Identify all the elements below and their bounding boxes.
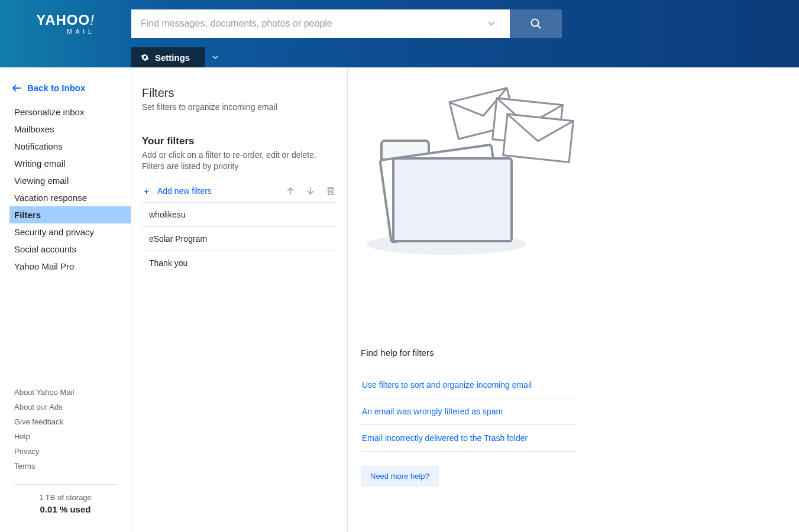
nav-item-notifications[interactable]: Notifications	[0, 138, 131, 155]
nav-item-vacation-response[interactable]: Vacation response	[0, 189, 131, 206]
need-more-help-button[interactable]: Need more help?	[361, 466, 439, 486]
svg-line-1	[538, 25, 541, 28]
filters-illustration	[361, 82, 580, 259]
help-section: Find help for filters Use filters to sor…	[361, 348, 775, 486]
logo-subtext: MAIL	[67, 28, 95, 35]
add-new-filters-label: Add new filters	[157, 186, 212, 196]
back-label: Back to Inbox	[27, 83, 85, 93]
nav-item-mailboxes[interactable]: Mailboxes	[0, 121, 131, 138]
move-up-button[interactable]	[286, 186, 295, 196]
tab-expand-toggle[interactable]	[205, 47, 225, 67]
search-dropdown-toggle[interactable]	[483, 20, 500, 27]
storage-used: 0.01 % used	[14, 504, 117, 514]
folder-envelopes-icon	[361, 82, 580, 259]
your-filters-title: Your filters	[142, 135, 337, 147]
sidebar: Back to Inbox Personalize inbox Mailboxe…	[0, 67, 131, 532]
help-heading: Find help for filters	[361, 348, 775, 358]
tab-settings[interactable]: Settings	[131, 47, 205, 67]
help-panel: Find help for filters Use filters to sor…	[348, 67, 799, 532]
top-header: YAHOO! MAIL	[0, 0, 799, 47]
logo-exclaim: !	[90, 12, 95, 28]
body: Back to Inbox Personalize inbox Mailboxe…	[0, 67, 799, 532]
nav-item-social-accounts[interactable]: Social accounts	[0, 241, 131, 258]
chevron-down-icon	[212, 54, 218, 60]
svg-rect-8	[503, 114, 574, 162]
filter-list: wholikesu eSolar Program Thank you	[142, 203, 337, 275]
filter-toolbar: + Add new filters	[142, 186, 337, 203]
footer-link-about-yahoo-mail[interactable]: About Yahoo Mail	[14, 385, 117, 400]
your-filters-section: Your filters Add or click on a filter to…	[142, 135, 337, 275]
divider	[14, 484, 117, 485]
panel-subtitle: Set filters to organize incoming email	[142, 102, 337, 112]
help-link-trash-folder[interactable]: Email incorrectly delivered to the Trash…	[361, 425, 577, 452]
nav-item-writing-email[interactable]: Writing email	[0, 155, 131, 172]
arrow-down-icon	[306, 186, 315, 196]
nav-item-security-privacy[interactable]: Security and privacy	[0, 223, 131, 241]
nav-item-filters[interactable]: Filters	[9, 206, 131, 223]
tab-bar: Settings	[0, 47, 799, 67]
nav-item-yahoo-mail-pro[interactable]: Yahoo Mail Pro	[0, 258, 131, 275]
filter-row[interactable]: Thank you	[142, 251, 337, 275]
footer-link-give-feedback[interactable]: Give feedback	[14, 414, 117, 429]
add-new-filters-button[interactable]: + Add new filters	[143, 186, 212, 196]
search-input[interactable]	[141, 18, 483, 29]
nav-item-viewing-email[interactable]: Viewing email	[0, 172, 131, 189]
arrow-up-icon	[286, 186, 295, 196]
footer-link-terms[interactable]: Terms	[14, 459, 117, 473]
arrow-left-icon	[12, 84, 21, 92]
footer-link-help[interactable]: Help	[14, 429, 117, 444]
footer-link-privacy[interactable]: Privacy	[14, 444, 117, 459]
plus-icon: +	[143, 186, 150, 196]
svg-point-0	[532, 20, 539, 27]
search-icon	[530, 18, 542, 30]
logo[interactable]: YAHOO! MAIL	[0, 13, 131, 35]
help-links: Use filters to sort and organize incomin…	[361, 372, 577, 452]
svg-rect-5	[393, 158, 512, 241]
help-link-wrongly-spam[interactable]: An email was wrongly filtered as spam	[361, 398, 577, 425]
sidebar-footer: About Yahoo Mail About our Ads Give feed…	[0, 385, 131, 532]
trash-icon	[326, 186, 335, 196]
filter-row[interactable]: wholikesu	[142, 203, 337, 227]
logo-text: YAHOO	[36, 12, 90, 28]
back-to-inbox-link[interactable]: Back to Inbox	[0, 78, 131, 103]
move-down-button[interactable]	[306, 186, 315, 196]
search-button[interactable]	[510, 9, 562, 38]
panel-title: Filters	[142, 86, 337, 100]
filter-actions	[286, 186, 335, 196]
filters-panel: Filters Set filters to organize incoming…	[131, 67, 348, 532]
help-link-use-filters[interactable]: Use filters to sort and organize incomin…	[361, 372, 577, 398]
storage-total: 1 TB of storage	[14, 493, 117, 502]
nav-item-personalize[interactable]: Personalize inbox	[0, 103, 131, 121]
chevron-down-icon	[488, 20, 495, 27]
filter-row[interactable]: eSolar Program	[142, 227, 337, 251]
search-bar	[131, 9, 562, 38]
gear-icon	[141, 53, 149, 61]
footer-link-about-our-ads[interactable]: About our Ads	[14, 400, 117, 414]
search-box	[131, 9, 510, 38]
tab-settings-label: Settings	[155, 53, 190, 63]
delete-button[interactable]	[326, 186, 335, 196]
settings-nav: Personalize inbox Mailboxes Notification…	[0, 103, 131, 275]
your-filters-desc: Add or click on a filter to re-order, ed…	[142, 150, 337, 172]
